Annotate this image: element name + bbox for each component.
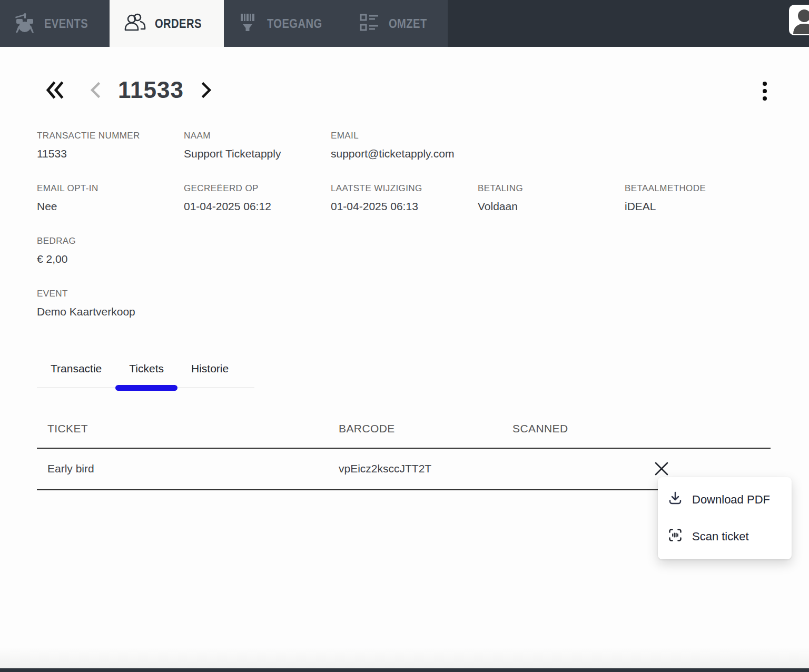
ticket-name-cell: Early bird (47, 462, 339, 489)
detail-row: EVENT Demo Kaartverkoop (37, 289, 785, 318)
field-betaling: BETALING Voldaan (478, 183, 625, 213)
field-laatste-wijziging: LAATSTE WIJZIGING 01-04-2025 06:13 (331, 183, 478, 213)
field-label: LAATSTE WIJZIGING (331, 183, 478, 194)
field-label: TRANSACTIE NUMMER (37, 131, 184, 141)
column-header-barcode: BARCODE (339, 422, 512, 435)
tab-tickets[interactable]: Tickets (115, 356, 177, 388)
page-title-order-id: 11533 (118, 77, 184, 103)
drums-icon (13, 12, 36, 36)
field-event: EVENT Demo Kaartverkoop (37, 289, 184, 318)
menu-item-scan-ticket[interactable]: Scan ticket (658, 518, 792, 555)
nav-tab-omzet[interactable]: OMZET (346, 0, 448, 47)
order-pager: 11533 (44, 77, 213, 103)
field-value: support@ticketapply.com (331, 147, 478, 160)
field-value: 11533 (37, 147, 184, 160)
field-betaalmethode: BETAALMETHODE iDEAL (625, 183, 772, 213)
field-label: EMAIL OPT-IN (37, 183, 184, 194)
next-order-button[interactable] (200, 82, 213, 98)
footer-strip (0, 647, 809, 668)
scan-icon (667, 527, 683, 546)
previous-order-button[interactable] (88, 82, 102, 98)
field-label: GECREËERD OP (184, 183, 331, 194)
field-value: 01-04-2025 06:13 (331, 200, 478, 213)
field-label: NAAM (184, 131, 331, 141)
close-row-menu-x-icon[interactable] (652, 459, 671, 478)
field-value: iDEAL (625, 200, 772, 213)
ticket-barcode-cell: vpEicz2ksccJTT2T (339, 462, 512, 489)
field-label: BEDRAG (37, 236, 184, 246)
barcode-scan-icon (237, 12, 259, 36)
field-value: € 2,00 (37, 253, 184, 265)
nav-tab-events[interactable]: EVENTS (0, 0, 110, 47)
field-gecreeerd-op: GECREËERD OP 01-04-2025 06:12 (184, 183, 331, 213)
field-value: Demo Kaartverkoop (37, 305, 184, 318)
field-value: Support Ticketapply (184, 147, 331, 160)
nav-tab-label: EVENTS (44, 16, 88, 31)
nav-tab-label: ORDERS (155, 16, 202, 31)
nav-tab-toegang[interactable]: TOEGANG (224, 0, 346, 47)
field-bedrag: BEDRAG € 2,00 (37, 236, 184, 265)
menu-item-download-pdf[interactable]: Download PDF (658, 481, 792, 518)
column-header-scanned: SCANNED (512, 422, 771, 435)
bottom-bar (0, 668, 809, 672)
nav-tabstrip: EVENTS ORDERS (0, 0, 448, 47)
people-icon (123, 12, 147, 36)
nav-tab-label: OMZET (389, 16, 427, 31)
tab-historie[interactable]: Historie (177, 356, 242, 388)
column-header-ticket: TICKET (47, 422, 339, 435)
field-naam: NAAM Support Ticketapply (184, 131, 331, 160)
more-actions-kebab-icon[interactable] (759, 81, 770, 102)
field-label: BETAALMETHODE (625, 183, 772, 194)
tab-transactie[interactable]: Transactie (37, 356, 115, 388)
field-label: BETALING (478, 183, 625, 194)
order-detail-page: EVENTS ORDERS (0, 0, 809, 672)
user-avatar[interactable] (789, 5, 809, 35)
order-details: TRANSACTIE NUMMER 11533 NAAM Support Tic… (37, 131, 785, 341)
download-icon (667, 490, 683, 509)
field-value: Nee (37, 200, 184, 213)
list-icon (359, 12, 381, 35)
detail-row: EMAIL OPT-IN Nee GECREËERD OP 01-04-2025… (37, 183, 785, 213)
field-transactie-nummer: TRANSACTIE NUMMER 11533 (37, 131, 184, 160)
detail-tabs: Transactie Tickets Historie (37, 356, 254, 388)
field-label: EMAIL (331, 131, 478, 141)
ticket-actions-menu: Download PDF Scan ticket (658, 477, 792, 559)
field-email: EMAIL support@ticketapply.com (331, 131, 478, 160)
tickets-table-header: TICKET BARCODE SCANNED (37, 411, 771, 448)
top-nav: EVENTS ORDERS (0, 0, 809, 47)
menu-item-label: Scan ticket (692, 530, 749, 543)
nav-tab-orders[interactable]: ORDERS (110, 0, 224, 47)
field-value: Voldaan (478, 200, 625, 213)
menu-item-label: Download PDF (692, 493, 770, 507)
first-order-button[interactable] (44, 81, 65, 100)
detail-row: TRANSACTIE NUMMER 11533 NAAM Support Tic… (37, 131, 785, 160)
field-label: EVENT (37, 289, 184, 299)
field-email-opt-in: EMAIL OPT-IN Nee (37, 183, 184, 213)
field-value: 01-04-2025 06:12 (184, 200, 331, 213)
nav-tab-label: TOEGANG (267, 16, 322, 31)
detail-row: BEDRAG € 2,00 (37, 236, 785, 265)
